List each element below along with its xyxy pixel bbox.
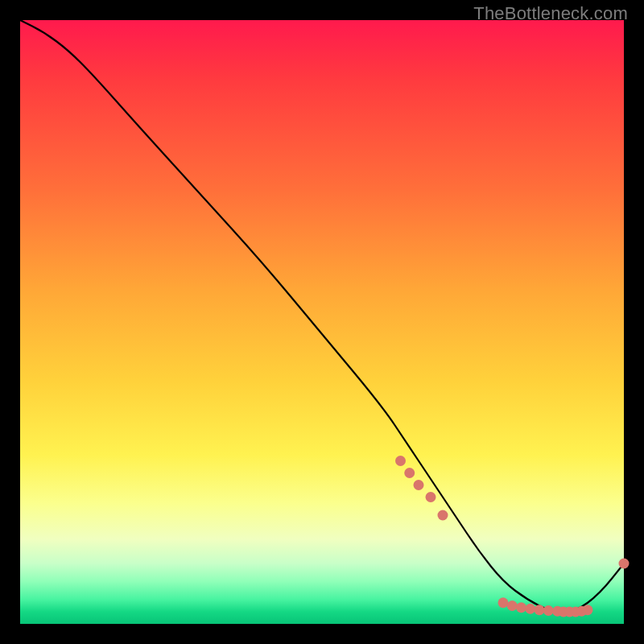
data-point bbox=[535, 605, 545, 615]
data-point bbox=[426, 492, 436, 502]
data-point bbox=[516, 602, 526, 613]
data-point bbox=[438, 510, 448, 521]
chart-frame: TheBottleneck.com bbox=[0, 0, 644, 644]
curve-path bbox=[20, 20, 624, 612]
plot-area bbox=[20, 20, 624, 624]
data-point bbox=[395, 456, 406, 466]
data-point bbox=[543, 605, 554, 616]
data-point bbox=[498, 597, 509, 608]
data-point bbox=[507, 601, 518, 611]
chart-svg bbox=[20, 20, 624, 624]
data-point bbox=[414, 480, 424, 490]
data-point bbox=[404, 468, 415, 478]
data-point bbox=[619, 559, 630, 569]
data-point bbox=[525, 604, 535, 614]
curve-line bbox=[20, 20, 624, 612]
data-point bbox=[583, 605, 593, 615]
